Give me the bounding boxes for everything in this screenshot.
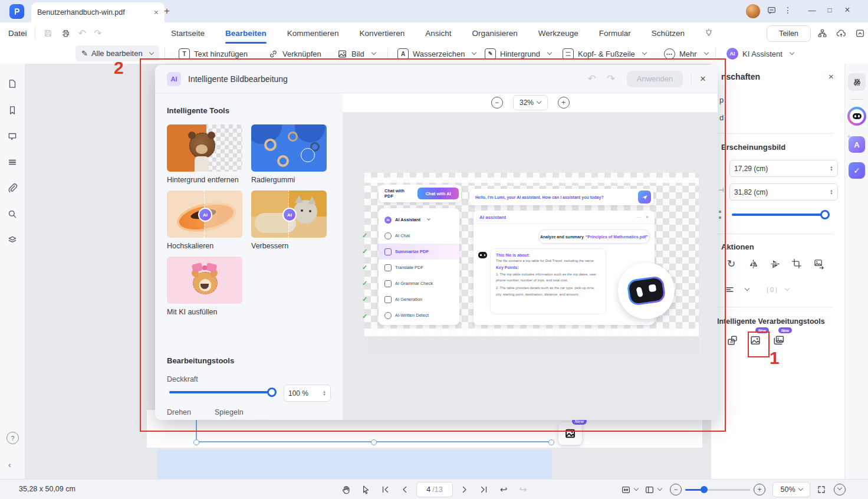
selection-handle[interactable] [193, 439, 199, 445]
opacity-value-field[interactable]: 100 % ▲▼ [284, 385, 331, 402]
collapse-statusbar-icon[interactable] [834, 484, 846, 495]
tool-card-remove-background[interactable]: Hintergrund entfernen [167, 124, 242, 184]
lumi-ai-rail-button[interactable] [847, 107, 866, 126]
layers-icon[interactable] [0, 228, 25, 252]
crop-icon[interactable] [789, 256, 804, 271]
flip-horizontal-icon[interactable] [745, 256, 761, 271]
tasks-rail-button[interactable]: ✓ [849, 162, 865, 179]
background-button[interactable]: ✎ Hintergrund [485, 44, 551, 64]
rotate-left-button[interactable]: ↺ [166, 419, 189, 420]
file-menu[interactable]: Datei [8, 29, 27, 38]
tool-card-eraser[interactable]: Radiergummi [251, 124, 327, 184]
tab-organisieren[interactable]: Organisieren [471, 22, 518, 44]
app-logo-icon[interactable] [9, 4, 24, 19]
summary-icon[interactable] [0, 150, 25, 174]
selection-handle[interactable] [548, 439, 554, 445]
page-thumbnails-icon[interactable] [0, 72, 25, 96]
stepper-icons[interactable]: ▲▼ [830, 189, 833, 195]
page-layout-icon[interactable] [642, 482, 657, 497]
opacity-control[interactable]: | 0 | [767, 286, 777, 293]
collapse-sidebar-icon[interactable]: ‹ [8, 460, 11, 470]
panel-close-icon[interactable]: × [828, 71, 834, 81]
redo-icon[interactable]: ↷ [94, 28, 101, 39]
tool-card-enhance[interactable]: AI Verbessern [251, 191, 327, 250]
fullscreen-icon[interactable] [814, 482, 829, 497]
flip-horizontal-button[interactable] [225, 419, 249, 420]
tab-schuetzen[interactable]: Schützen [650, 22, 686, 44]
stepper-icons[interactable]: ▲▼ [830, 166, 833, 172]
header-footer-button[interactable]: Kopf- & Fußzeile [563, 44, 646, 64]
ai-assistant-button[interactable]: AI KI Assistent [726, 44, 794, 64]
dialog-redo-icon[interactable]: ↷ [607, 73, 615, 85]
tab-close-icon[interactable]: × [154, 8, 159, 17]
document-tab[interactable]: Benutzerhandbuch-win.pdf × [31, 2, 165, 22]
zoom-out-icon[interactable]: − [670, 484, 682, 495]
zoom-level-dropdown[interactable]: 32% [513, 95, 548, 110]
last-page-icon[interactable] [476, 482, 492, 497]
page-number-field[interactable]: 4 /13 [416, 482, 453, 497]
share-tree-icon[interactable] [817, 28, 827, 38]
image-preview[interactable]: ✓ ✓ ✓ ✓ ✓ ✓ Chat with PDF Chat with AI H… [364, 173, 699, 357]
new-tab-button[interactable]: + [160, 5, 173, 18]
flip-vertical-button[interactable] [252, 419, 275, 420]
select-tool-icon[interactable] [358, 482, 373, 497]
batch-image-icon[interactable]: New [771, 333, 786, 348]
translate-image-icon[interactable] [725, 333, 740, 348]
align-icon[interactable] [722, 282, 737, 297]
add-text-button[interactable]: T Text hinzufügen [179, 44, 248, 64]
minimize-button[interactable]: — [807, 6, 817, 15]
tab-konvertieren[interactable]: Konvertieren [359, 22, 406, 44]
zoom-slider[interactable] [685, 489, 750, 491]
chevron-down-icon[interactable] [657, 486, 662, 491]
width-field[interactable]: 17,29 (cm) ▲▼ [729, 160, 838, 177]
tool-card-ai-fill[interactable]: Mit KI ausfüllen [167, 257, 242, 316]
maximize-button[interactable]: □ [824, 6, 835, 14]
tab-formular[interactable]: Formular [598, 22, 632, 44]
stepper-icons[interactable]: ▲▼ [323, 390, 326, 396]
print-icon[interactable] [61, 28, 71, 38]
tool-card-upscale[interactable]: AI Hochskalieren [167, 191, 242, 250]
hand-tool-icon[interactable] [338, 482, 354, 497]
more-tools-button[interactable]: ••• Mehr [664, 44, 708, 64]
image-button[interactable]: Bild [337, 44, 376, 64]
attachments-icon[interactable] [0, 176, 25, 200]
watermark-button[interactable]: A Wasserzeichen [397, 44, 476, 64]
smart-image-edit-icon[interactable]: New [748, 333, 763, 348]
window-close-button[interactable]: × [842, 5, 853, 15]
translate-rail-button[interactable]: A✦ [849, 136, 865, 153]
save-icon[interactable] [43, 28, 53, 38]
help-icon[interactable]: ? [6, 432, 19, 444]
zoom-level-dropdown[interactable]: 50% [772, 482, 810, 497]
user-avatar[interactable] [746, 4, 760, 18]
next-page-icon[interactable] [457, 482, 472, 497]
share-button[interactable]: Teilen [767, 25, 811, 42]
height-field[interactable]: 31,82 (cm) ▲▼ [729, 183, 838, 201]
next-view-icon[interactable]: ↪ [515, 482, 531, 497]
feedback-icon[interactable] [767, 5, 777, 15]
first-page-icon[interactable] [377, 482, 393, 497]
rotate-right-button[interactable]: ↻ [192, 419, 216, 420]
previous-page-icon[interactable] [397, 482, 412, 497]
slider-handle[interactable] [701, 486, 708, 493]
tab-startseite[interactable]: Startseite [170, 22, 206, 44]
smart-image-edit-floating-button[interactable]: New [558, 422, 582, 445]
flip-vertical-icon[interactable] [767, 256, 782, 271]
search-icon[interactable] [0, 202, 25, 226]
replace-image-icon[interactable] [811, 256, 826, 271]
tab-kommentieren[interactable]: Kommentieren [286, 22, 340, 44]
apply-button[interactable]: Anwenden [627, 71, 683, 87]
chevron-down-icon[interactable] [785, 286, 790, 291]
kebab-menu-icon[interactable]: ⋮ [784, 5, 792, 15]
link-button[interactable]: Verknüpfen [268, 44, 321, 64]
fit-width-icon[interactable] [618, 482, 633, 497]
zoom-in-icon[interactable]: + [558, 97, 570, 109]
bookmarks-icon[interactable] [0, 99, 25, 122]
selection-handle[interactable] [371, 439, 377, 445]
chevron-down-icon[interactable] [634, 486, 639, 491]
tab-werkzeuge[interactable]: Werkzeuge [537, 22, 580, 44]
opacity-slider[interactable] [169, 391, 272, 393]
tips-bulb-icon[interactable] [704, 28, 714, 38]
dialog-undo-icon[interactable]: ↶ [588, 73, 596, 85]
tab-bearbeiten[interactable]: Bearbeiten [224, 22, 268, 44]
dialog-close-icon[interactable]: × [700, 73, 706, 85]
